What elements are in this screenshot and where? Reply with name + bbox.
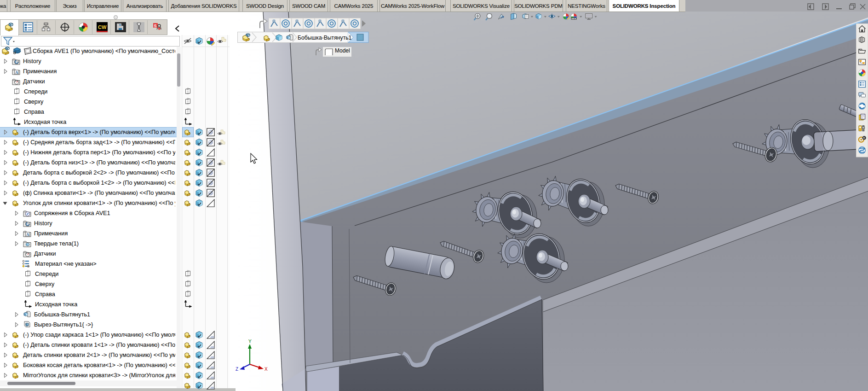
svg-text:Z: Z [236, 367, 238, 372]
svg-text:Y: Y [248, 339, 252, 344]
svg-text:X: X [264, 367, 268, 372]
svg-text:CW: CW [98, 24, 107, 30]
svg-text:S: S [154, 23, 157, 28]
svg-text:A: A [26, 232, 29, 237]
svg-text:A: A [15, 70, 18, 75]
